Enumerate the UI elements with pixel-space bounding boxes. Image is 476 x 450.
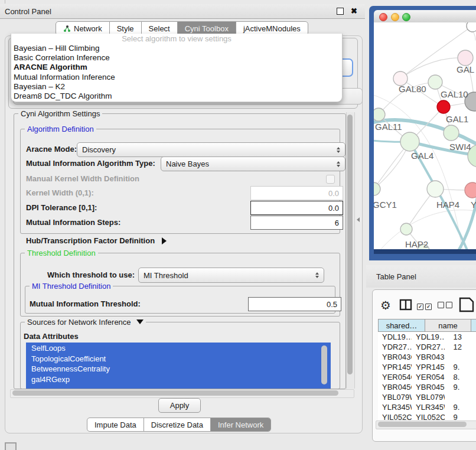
attribute-item[interactable]: TopologicalCoefficient bbox=[27, 354, 330, 364]
table-cell: YER054C bbox=[378, 372, 412, 382]
threshold-definition-title: Threshold Definition bbox=[25, 249, 98, 257]
table-row[interactable]: YDL19…YDL19…13 bbox=[378, 332, 476, 342]
tab-cyni-toolbox[interactable]: Cyni Toolbox bbox=[178, 22, 236, 35]
panel-divider-grip[interactable] bbox=[357, 217, 360, 222]
algorithm-option[interactable]: Bayesian – K2 bbox=[11, 82, 342, 92]
network-node[interactable] bbox=[428, 75, 442, 89]
algorithm-definition-title: Algorithm Definition bbox=[25, 125, 96, 133]
mi-steps-label: Mutual Information Steps: bbox=[26, 218, 120, 227]
network-node[interactable] bbox=[467, 22, 476, 32]
deselect-all-icon[interactable] bbox=[438, 301, 454, 310]
network-canvas[interactable]: GALGAL80GAL10GAL1GAL11SWI4GAL4GCY1HAP4YH… bbox=[374, 22, 476, 249]
algorithm-option[interactable]: ARACNE Algorithm bbox=[11, 63, 342, 72]
which-threshold-combo[interactable]: MI Threshold bbox=[138, 268, 324, 283]
table-cell: YPR145W bbox=[412, 362, 445, 372]
table-cell: YPR145W bbox=[378, 362, 412, 372]
attribute-item[interactable]: gal4RGexp bbox=[27, 374, 330, 385]
network-window-titlebar[interactable] bbox=[374, 10, 476, 23]
table-row[interactable]: YBL079WYBL079W bbox=[378, 392, 476, 402]
dpi-tolerance-label: DPI Tolerance [0,1]: bbox=[26, 203, 97, 212]
bottom-tabs: Impute Data Discretize Data Infer Networ… bbox=[87, 418, 271, 432]
attribute-item[interactable]: BetweennessCentrality bbox=[27, 364, 330, 374]
panel-title: Control Panel bbox=[5, 7, 51, 16]
kernel-width-field[interactable]: 0.0 bbox=[250, 186, 343, 200]
tab-impute-data[interactable]: Impute Data bbox=[87, 418, 144, 431]
table-cell: 9. bbox=[445, 382, 476, 392]
expanded-arrow-icon bbox=[136, 319, 144, 324]
tab-select-label: Select bbox=[149, 24, 170, 33]
settings-vscroll-thumb[interactable] bbox=[347, 115, 353, 374]
mit-field[interactable]: 0.5 bbox=[248, 297, 341, 311]
table-cell: YDR27… bbox=[378, 342, 412, 352]
gear-icon[interactable]: ⚙ bbox=[380, 298, 391, 312]
table-row[interactable]: YER054CYER054C8. bbox=[378, 372, 476, 382]
settings-hscroll-thumb[interactable] bbox=[12, 390, 338, 396]
network-node[interactable] bbox=[400, 223, 412, 235]
table-cell: 13 bbox=[445, 332, 476, 342]
network-node[interactable] bbox=[458, 50, 473, 66]
network-node[interactable] bbox=[400, 132, 419, 151]
combo-stepper-icon bbox=[337, 147, 340, 153]
network-node[interactable] bbox=[427, 181, 444, 197]
mi-steps-value: 6 bbox=[335, 219, 339, 227]
kernel-width-value: 0.0 bbox=[328, 189, 339, 198]
dpi-tolerance-field[interactable]: 0.0 bbox=[250, 201, 343, 215]
combo-stepper-icon bbox=[337, 161, 340, 167]
data-attributes-list[interactable]: SelfLoopsTopologicalCoefficientBetweenne… bbox=[26, 343, 331, 389]
mi-type-value: Naive Bayes bbox=[166, 159, 334, 168]
node-label: GAL11 bbox=[375, 122, 402, 132]
network-node[interactable] bbox=[437, 100, 450, 113]
columns-icon[interactable] bbox=[399, 299, 412, 311]
column-header-third[interactable]: A bbox=[471, 319, 476, 332]
minimize-window-icon[interactable] bbox=[391, 13, 399, 21]
node-label: GAL bbox=[457, 64, 474, 74]
apply-button[interactable]: Apply bbox=[158, 398, 201, 413]
sources-title[interactable]: Sources for Network Inference bbox=[25, 318, 146, 327]
close-panel-icon[interactable]: ✖ bbox=[351, 6, 357, 15]
table-row[interactable]: YDR27…YDR27…12 bbox=[378, 342, 476, 352]
algorithm-option[interactable]: Basic Correlation Inference bbox=[11, 53, 342, 63]
minimized-panel-icon[interactable] bbox=[5, 442, 17, 450]
table-cell: YER054C bbox=[412, 372, 445, 382]
tab-network-label: Network bbox=[74, 24, 102, 33]
tab-discretize-data[interactable]: Discretize Data bbox=[144, 418, 211, 431]
network-node[interactable] bbox=[374, 108, 385, 121]
mi-type-combo[interactable]: Naive Bayes bbox=[161, 156, 345, 171]
manual-kernel-checkbox[interactable] bbox=[326, 175, 335, 184]
attribute-item[interactable]: SelfLoops bbox=[27, 343, 330, 354]
select-all-icon[interactable]: ✓✓ bbox=[417, 301, 433, 310]
tab-select[interactable]: Select bbox=[142, 22, 178, 35]
hub-definition-toggle[interactable]: Hub/Transcription Factor Definition bbox=[26, 236, 167, 245]
tab-jactivemnodules[interactable]: jActiveMNodules bbox=[236, 22, 308, 35]
algorithm-option[interactable]: Bayesian – Hill Climbing bbox=[11, 44, 342, 53]
network-node[interactable] bbox=[465, 182, 476, 198]
network-node[interactable] bbox=[444, 125, 459, 141]
aracne-mode-combo[interactable]: Discovery bbox=[77, 142, 345, 157]
float-panel-icon[interactable] bbox=[337, 8, 344, 15]
algorithm-option[interactable]: Dream8 DC_TDC Algorithm bbox=[11, 92, 342, 101]
table-hscroll-thumb[interactable] bbox=[378, 422, 467, 427]
table-row[interactable]: YIL052CYIL052C9 bbox=[378, 412, 476, 420]
tab-network[interactable]: Network bbox=[56, 22, 110, 35]
zoom-window-icon[interactable] bbox=[402, 13, 410, 21]
table-row[interactable]: YBR045CYBR045C9. bbox=[378, 382, 476, 392]
table-row[interactable]: YLR345WYLR345W9. bbox=[378, 402, 476, 412]
algorithm-option[interactable]: Mutual Information Inference bbox=[11, 73, 342, 82]
tab-style[interactable]: Style bbox=[110, 22, 142, 35]
node-table[interactable]: YDL19…YDL19…13YDR27…YDR27…12YBR043CYBR04… bbox=[378, 332, 476, 420]
algorithm-placeholder: Select algorithm to view settings bbox=[11, 34, 342, 44]
table-row[interactable]: YPR145WYPR145W9. bbox=[378, 362, 476, 372]
close-window-icon[interactable] bbox=[379, 13, 387, 21]
table-cell: YLR345W bbox=[378, 402, 412, 412]
tab-discretize-data-label: Discretize Data bbox=[151, 420, 203, 429]
document-icon[interactable] bbox=[459, 297, 476, 312]
tab-infer-network[interactable]: Infer Network bbox=[211, 418, 270, 431]
attributes-list-scrollbar[interactable] bbox=[321, 345, 327, 384]
mit-value: 0.5 bbox=[327, 300, 337, 309]
table-row[interactable]: YBR043CYBR043C bbox=[378, 352, 476, 362]
mi-steps-field[interactable]: 6 bbox=[250, 216, 343, 230]
table-header-row: shared… name A bbox=[378, 319, 476, 332]
column-header-name[interactable]: name bbox=[425, 319, 471, 332]
mi-type-label: Mutual Information Algorithm Type: bbox=[26, 159, 155, 168]
column-header-shared[interactable]: shared… bbox=[378, 319, 425, 332]
